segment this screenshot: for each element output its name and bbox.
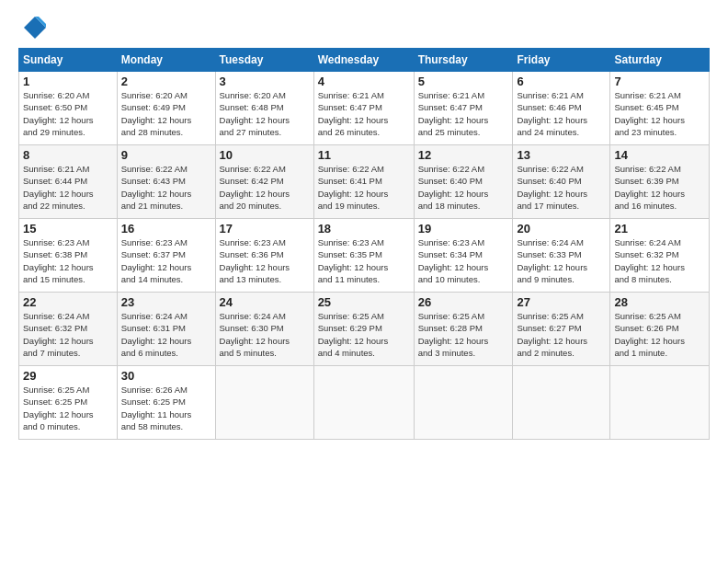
day-number: 17	[220, 222, 310, 236]
day-number: 20	[517, 222, 606, 236]
day-number: 22	[23, 295, 113, 309]
calendar-body: 1Sunrise: 6:20 AM Sunset: 6:50 PM Daylig…	[19, 72, 710, 440]
calendar-cell: 28Sunrise: 6:25 AM Sunset: 6:26 PM Dayli…	[610, 293, 710, 366]
calendar-cell: 21Sunrise: 6:24 AM Sunset: 6:32 PM Dayli…	[610, 219, 710, 293]
calendar-header: SundayMondayTuesdayWednesdayThursdayFrid…	[19, 49, 710, 72]
day-header-saturday: Saturday	[610, 49, 710, 72]
calendar-cell: 26Sunrise: 6:25 AM Sunset: 6:28 PM Dayli…	[414, 293, 513, 366]
calendar-cell: 8Sunrise: 6:21 AM Sunset: 6:44 PM Daylig…	[19, 145, 118, 219]
day-info: Sunrise: 6:22 AM Sunset: 6:40 PM Dayligh…	[418, 163, 509, 212]
day-info: Sunrise: 6:22 AM Sunset: 6:39 PM Dayligh…	[614, 163, 705, 212]
day-info: Sunrise: 6:20 AM Sunset: 6:50 PM Dayligh…	[23, 89, 113, 138]
calendar-cell: 14Sunrise: 6:22 AM Sunset: 6:39 PM Dayli…	[610, 145, 710, 219]
calendar-cell	[610, 366, 710, 440]
day-info: Sunrise: 6:25 AM Sunset: 6:26 PM Dayligh…	[614, 310, 705, 359]
day-header-thursday: Thursday	[414, 49, 513, 72]
day-info: Sunrise: 6:20 AM Sunset: 6:49 PM Dayligh…	[121, 89, 211, 138]
day-number: 18	[318, 222, 410, 236]
page: SundayMondayTuesdayWednesdayThursdayFrid…	[0, 0, 728, 563]
day-info: Sunrise: 6:24 AM Sunset: 6:32 PM Dayligh…	[614, 236, 705, 285]
day-info: Sunrise: 6:25 AM Sunset: 6:29 PM Dayligh…	[318, 310, 410, 359]
calendar-cell: 23Sunrise: 6:24 AM Sunset: 6:31 PM Dayli…	[117, 293, 215, 366]
day-info: Sunrise: 6:22 AM Sunset: 6:43 PM Dayligh…	[121, 163, 211, 212]
day-info: Sunrise: 6:21 AM Sunset: 6:44 PM Dayligh…	[23, 163, 113, 212]
calendar-cell	[215, 366, 313, 440]
day-number: 3	[220, 75, 310, 88]
day-number: 10	[220, 148, 310, 162]
day-info: Sunrise: 6:25 AM Sunset: 6:28 PM Dayligh…	[418, 310, 509, 359]
day-info: Sunrise: 6:23 AM Sunset: 6:34 PM Dayligh…	[418, 236, 509, 285]
day-info: Sunrise: 6:24 AM Sunset: 6:30 PM Dayligh…	[220, 310, 310, 359]
day-info: Sunrise: 6:23 AM Sunset: 6:38 PM Dayligh…	[23, 236, 113, 285]
calendar-cell: 17Sunrise: 6:23 AM Sunset: 6:36 PM Dayli…	[215, 219, 313, 293]
day-number: 15	[23, 222, 113, 236]
day-number: 1	[23, 75, 113, 88]
day-number: 24	[220, 295, 310, 309]
calendar-cell: 25Sunrise: 6:25 AM Sunset: 6:29 PM Dayli…	[313, 293, 414, 366]
calendar-cell	[414, 366, 513, 440]
day-info: Sunrise: 6:21 AM Sunset: 6:45 PM Dayligh…	[614, 89, 705, 138]
day-number: 2	[121, 75, 211, 88]
calendar-cell: 16Sunrise: 6:23 AM Sunset: 6:37 PM Dayli…	[117, 219, 215, 293]
day-number: 27	[517, 295, 606, 309]
day-info: Sunrise: 6:23 AM Sunset: 6:35 PM Dayligh…	[318, 236, 410, 285]
day-info: Sunrise: 6:21 AM Sunset: 6:47 PM Dayligh…	[318, 89, 410, 138]
calendar-cell: 27Sunrise: 6:25 AM Sunset: 6:27 PM Dayli…	[513, 293, 610, 366]
day-number: 19	[418, 222, 509, 236]
calendar-cell: 3Sunrise: 6:20 AM Sunset: 6:48 PM Daylig…	[215, 72, 313, 145]
day-info: Sunrise: 6:25 AM Sunset: 6:27 PM Dayligh…	[517, 310, 606, 359]
day-number: 14	[614, 148, 705, 162]
day-header-wednesday: Wednesday	[313, 49, 414, 72]
calendar-cell: 4Sunrise: 6:21 AM Sunset: 6:47 PM Daylig…	[313, 72, 414, 145]
day-info: Sunrise: 6:21 AM Sunset: 6:47 PM Dayligh…	[418, 89, 509, 138]
calendar-cell: 20Sunrise: 6:24 AM Sunset: 6:33 PM Dayli…	[513, 219, 610, 293]
calendar-cell: 9Sunrise: 6:22 AM Sunset: 6:43 PM Daylig…	[117, 145, 215, 219]
calendar-cell: 11Sunrise: 6:22 AM Sunset: 6:41 PM Dayli…	[313, 145, 414, 219]
day-number: 4	[318, 75, 410, 88]
day-number: 30	[121, 369, 211, 383]
day-number: 26	[418, 295, 509, 309]
day-number: 8	[23, 148, 113, 162]
calendar-week-row: 8Sunrise: 6:21 AM Sunset: 6:44 PM Daylig…	[19, 145, 710, 219]
calendar-cell	[313, 366, 414, 440]
calendar-cell: 30Sunrise: 6:26 AM Sunset: 6:25 PM Dayli…	[117, 366, 215, 440]
calendar-cell: 15Sunrise: 6:23 AM Sunset: 6:38 PM Dayli…	[19, 219, 118, 293]
calendar-cell: 7Sunrise: 6:21 AM Sunset: 6:45 PM Daylig…	[610, 72, 710, 145]
day-number: 21	[614, 222, 705, 236]
day-number: 12	[418, 148, 509, 162]
header	[18, 15, 710, 40]
day-number: 13	[517, 148, 606, 162]
calendar-cell: 2Sunrise: 6:20 AM Sunset: 6:49 PM Daylig…	[117, 72, 215, 145]
calendar-cell: 18Sunrise: 6:23 AM Sunset: 6:35 PM Dayli…	[313, 219, 414, 293]
day-number: 6	[517, 75, 606, 88]
calendar-cell: 10Sunrise: 6:22 AM Sunset: 6:42 PM Dayli…	[215, 145, 313, 219]
day-info: Sunrise: 6:25 AM Sunset: 6:25 PM Dayligh…	[23, 384, 113, 432]
calendar-cell: 24Sunrise: 6:24 AM Sunset: 6:30 PM Dayli…	[215, 293, 313, 366]
day-info: Sunrise: 6:20 AM Sunset: 6:48 PM Dayligh…	[220, 89, 310, 138]
days-header-row: SundayMondayTuesdayWednesdayThursdayFrid…	[19, 49, 710, 72]
calendar-week-row: 1Sunrise: 6:20 AM Sunset: 6:50 PM Daylig…	[19, 72, 710, 145]
calendar-week-row: 22Sunrise: 6:24 AM Sunset: 6:32 PM Dayli…	[19, 293, 710, 366]
day-info: Sunrise: 6:23 AM Sunset: 6:36 PM Dayligh…	[220, 236, 310, 285]
calendar-week-row: 29Sunrise: 6:25 AM Sunset: 6:25 PM Dayli…	[19, 366, 710, 440]
calendar-cell: 12Sunrise: 6:22 AM Sunset: 6:40 PM Dayli…	[414, 145, 513, 219]
day-number: 25	[318, 295, 410, 309]
calendar-table: SundayMondayTuesdayWednesdayThursdayFrid…	[18, 48, 710, 440]
day-number: 11	[318, 148, 410, 162]
day-header-friday: Friday	[513, 49, 610, 72]
calendar-cell: 29Sunrise: 6:25 AM Sunset: 6:25 PM Dayli…	[19, 366, 118, 440]
day-header-sunday: Sunday	[19, 49, 118, 72]
day-info: Sunrise: 6:22 AM Sunset: 6:42 PM Dayligh…	[220, 163, 310, 212]
day-number: 29	[23, 369, 113, 383]
svg-marker-0	[24, 17, 46, 39]
day-info: Sunrise: 6:22 AM Sunset: 6:40 PM Dayligh…	[517, 163, 606, 212]
calendar-cell: 19Sunrise: 6:23 AM Sunset: 6:34 PM Dayli…	[414, 219, 513, 293]
day-number: 23	[121, 295, 211, 309]
day-number: 5	[418, 75, 509, 88]
calendar-cell: 13Sunrise: 6:22 AM Sunset: 6:40 PM Dayli…	[513, 145, 610, 219]
day-info: Sunrise: 6:22 AM Sunset: 6:41 PM Dayligh…	[318, 163, 410, 212]
day-number: 28	[614, 295, 705, 309]
day-number: 7	[614, 75, 705, 88]
day-header-tuesday: Tuesday	[215, 49, 313, 72]
day-number: 16	[121, 222, 211, 236]
